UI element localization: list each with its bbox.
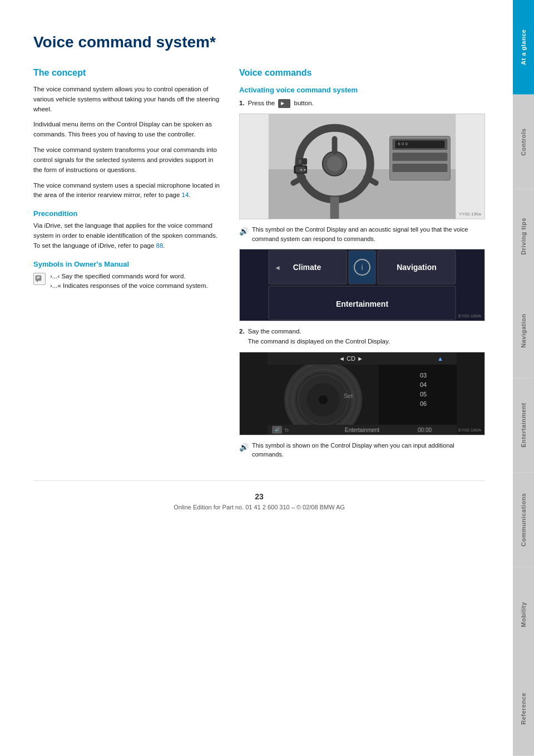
svg-text:03: 03 [420,372,427,379]
step-2-number: 2. [239,327,245,346]
footer-text: Online Edition for Part no. 01 41 2 600 … [174,504,345,510]
note-2-icon: 🔊 [239,441,249,453]
svg-text:Set: Set [344,392,353,399]
sidebar-tab-navigation[interactable]: Navigation [513,283,534,378]
sidebar-tab-mobility[interactable]: Mobility [513,567,534,662]
step-1-text: Press the button. [248,99,314,108]
diagram-label-3: EY02-180A [458,428,481,433]
cd-diagram: ◄ CD ► ▲ 03 04 05 06 Set Tr [239,352,485,435]
svg-text:Entertainment: Entertainment [336,300,388,308]
cd-svg: ◄ CD ► ▲ 03 04 05 06 Set Tr [240,352,484,435]
svg-text:Entertainment: Entertainment [345,427,379,433]
svg-point-39 [319,395,328,404]
step-1-number: 1. [239,99,245,108]
svg-text:Navigation: Navigation [397,263,437,272]
sidebar-tabs: At a glance Controls Driving tips Naviga… [513,0,534,756]
symbol-text-1: ›...‹ Say the specified commands word fo… [50,272,222,291]
precondition-text: Via iDrive, set the language that applie… [33,221,222,251]
step-1: 1. Press the button. [239,99,485,108]
menu-svg: Climate i Navigation ◄ Entertainment [240,249,484,321]
svg-text:i: i [361,263,363,272]
step-2-sub: The command is displayed on the Control … [248,338,390,345]
two-column-layout: The concept The voice command system all… [33,68,485,464]
note-2: 🔊 This symbol is shown on the Control Di… [239,441,485,459]
step-2: 2. Say the command. The command is displ… [239,327,485,346]
paragraph-1: The voice command system allows you to c… [33,85,222,114]
voice-button-icon [278,99,290,108]
left-column: The concept The voice command system all… [33,68,222,464]
svg-text:05: 05 [420,391,427,397]
symbol-item-1: ›...‹ Say the specified commands word fo… [33,272,222,291]
diagram-label-1: YY02-190a [459,212,481,217]
symbol-indicates-label: ›...« Indicates responses of the voice c… [50,282,208,289]
precondition-heading: Precondition [33,209,222,218]
steering-wheel-diagram: ◄◄ 6 0 0 YY02-190a [239,114,485,219]
svg-text:00:00: 00:00 [418,427,432,433]
main-content: Voice command system* The concept The vo… [0,0,513,756]
menu-diagram: Climate i Navigation ◄ Entertainment [239,249,485,321]
steering-wheel-svg: ◄◄ 6 0 0 [240,114,484,219]
page-container: At a glance Controls Driving tips Naviga… [0,0,534,756]
sidebar-tab-communications[interactable]: Communications [513,473,534,567]
link-page-88[interactable]: 88 [156,242,164,249]
voice-icon [33,273,46,285]
note-1-icon: 🔊 [239,225,249,237]
note-1: 🔊 This symbol on the Control Display and… [239,225,485,243]
svg-text:6    0    0: 6 0 0 [398,142,408,147]
sidebar-tab-reference[interactable]: Reference [513,661,534,756]
sidebar-tab-driving-tips[interactable]: Driving tips [513,189,534,284]
left-section-heading: The concept [33,68,222,78]
svg-rect-1 [37,277,40,278]
svg-text:◄◄: ◄◄ [299,168,306,171]
svg-text:06: 06 [420,400,427,407]
sidebar-tab-controls[interactable]: Controls [513,95,534,189]
paragraph-4: The voice command system uses a special … [33,181,222,201]
svg-rect-2 [37,278,39,278]
page-number: 23 [33,492,485,501]
svg-text:◄ CD ►: ◄ CD ► [339,355,363,362]
svg-text:🔊: 🔊 [275,427,280,432]
page-footer: 23 Online Edition for Part no. 01 41 2 6… [33,480,485,527]
svg-text:Climate: Climate [293,263,322,272]
diagram-label-2: EY02-180A [458,313,481,318]
paragraph-3: The voice command system transforms your… [33,145,222,175]
svg-point-8 [327,156,343,171]
svg-rect-20 [392,153,447,161]
sidebar-tab-at-a-glance[interactable]: At a glance [513,0,534,95]
symbol-say-label: ›...‹ Say the specified commands word fo… [50,273,186,279]
page-title: Voice command system* [33,33,485,51]
right-column: Voice commands Activating voice command … [239,68,485,464]
paragraph-2: Individual menu items on the Control Dis… [33,120,222,140]
note-2-text: This symbol is shown on the Control Disp… [252,441,485,459]
step-2-content: Say the command. The command is displaye… [248,327,390,346]
svg-rect-14 [298,159,301,164]
svg-text:▲: ▲ [437,355,443,362]
svg-rect-12 [330,197,339,219]
svg-text:◄: ◄ [274,264,281,272]
sidebar-tab-entertainment[interactable]: Entertainment [513,378,534,473]
note-1-text: This symbol on the Control Display and a… [252,225,485,243]
svg-rect-46 [379,365,457,425]
symbols-heading: Symbols in Owner's Manual [33,260,222,268]
activating-heading: Activating voice command system [239,86,485,94]
svg-text:04: 04 [420,381,427,388]
svg-text:Tr: Tr [284,428,289,433]
step-2-text: Say the command. [248,328,301,335]
voice-commands-heading: Voice commands [239,68,485,78]
link-page-14[interactable]: 14 [182,192,189,198]
svg-rect-21 [392,164,447,172]
